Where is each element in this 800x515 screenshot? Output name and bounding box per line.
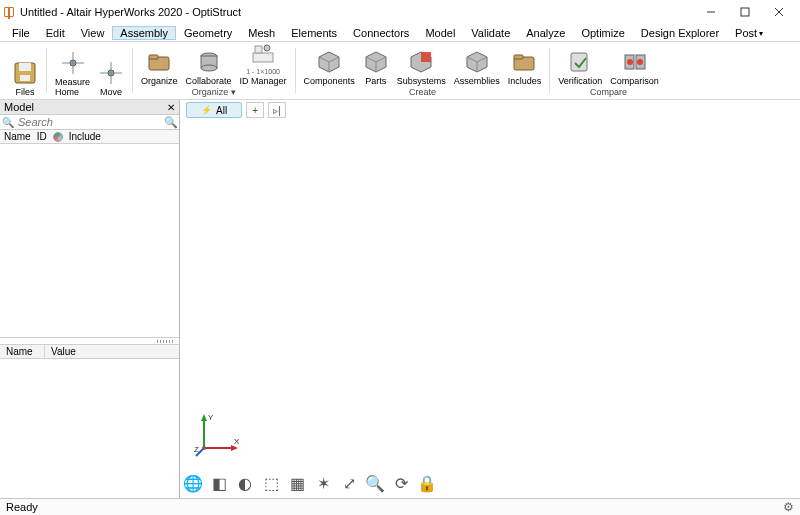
tab-last-button[interactable]: ▹| [268, 102, 286, 118]
svg-rect-19 [255, 46, 262, 53]
view-lock-icon[interactable]: 🔒 [418, 474, 436, 492]
ribbon-parts[interactable]: Parts [363, 49, 389, 86]
measure-home-icon [60, 50, 86, 76]
view-globe-icon[interactable]: 🌐 [184, 474, 202, 492]
menu-assembly[interactable]: Assembly [112, 26, 176, 40]
search-row: 🔍 🔍 [0, 115, 179, 130]
search-options-icon[interactable]: 🔍 [163, 116, 179, 129]
properties-panel: Name Value [0, 338, 179, 498]
axis-z-label: Z [194, 445, 199, 454]
view-persp-icon[interactable]: ◐ [236, 474, 254, 492]
assemblies-icon [464, 49, 490, 75]
ribbon-assemblies[interactable]: Assemblies [454, 49, 500, 86]
view-isoview-icon[interactable]: ◧ [210, 474, 228, 492]
parts-icon [363, 49, 389, 75]
view-cube-icon[interactable]: ⬚ [262, 474, 280, 492]
menubar: FileEditViewAssemblyGeometryMeshElements… [0, 24, 800, 42]
menu-model[interactable]: Model [417, 26, 463, 40]
svg-point-17 [201, 65, 217, 71]
ribbon-files[interactable]: Files [12, 60, 38, 97]
ribbon-organize[interactable]: Organize [141, 49, 178, 86]
col-include[interactable]: Include [69, 131, 101, 142]
search-icon[interactable]: 🔍 [0, 117, 16, 128]
col-id[interactable]: ID [37, 131, 47, 142]
svg-point-34 [627, 59, 633, 65]
menu-post[interactable]: Post▾ [727, 26, 771, 40]
view-triad-icon[interactable]: ✶ [314, 474, 332, 492]
status-text: Ready [6, 501, 38, 513]
color-ball-icon[interactable] [53, 132, 63, 142]
titlebar: Untitled - Altair HyperWorks 2020 - Opti… [0, 0, 800, 24]
ribbon-verification[interactable]: Verification [558, 49, 602, 86]
id-manager-icon [250, 41, 276, 67]
collaborate-icon [196, 49, 222, 75]
move-icon [98, 60, 124, 86]
ribbon-collaborate[interactable]: Collaborate [186, 49, 232, 86]
organize-icon [146, 49, 172, 75]
axis-x-label: X [234, 437, 240, 446]
svg-point-20 [264, 45, 270, 51]
menu-analyze[interactable]: Analyze [518, 26, 573, 40]
view-wireframe-icon[interactable]: ▦ [288, 474, 306, 492]
menu-file[interactable]: File [4, 26, 38, 40]
subsystems-icon [408, 49, 434, 75]
comparison-icon [622, 49, 648, 75]
ribbon-group-create: Create [409, 86, 436, 97]
includes-icon [511, 49, 537, 75]
svg-rect-18 [253, 53, 273, 62]
model-tree[interactable] [0, 144, 179, 338]
ribbon-components[interactable]: Components [304, 49, 355, 86]
view-zoom-icon[interactable]: 🔍 [366, 474, 384, 492]
ribbon-measure-home[interactable]: MeasureHome [55, 50, 90, 97]
view-rotate-icon[interactable]: ⟳ [392, 474, 410, 492]
axis-y-label: Y [208, 413, 214, 422]
ribbon-id-manager[interactable]: 1 - 1×1000ID Manager [240, 41, 287, 86]
model-panel-close-icon[interactable]: ✕ [167, 102, 175, 113]
svg-rect-26 [421, 52, 431, 62]
tab-add-button[interactable]: + [246, 102, 264, 118]
svg-marker-37 [201, 414, 207, 421]
axis-triad: Y X Z [194, 412, 240, 458]
tree-column-header: Name ID Include [0, 130, 179, 144]
maximize-button[interactable] [728, 1, 762, 23]
menu-edit[interactable]: Edit [38, 26, 73, 40]
prop-col-name[interactable]: Name [0, 345, 45, 358]
menu-connectors[interactable]: Connectors [345, 26, 417, 40]
menu-optimize[interactable]: Optimize [573, 26, 632, 40]
prop-col-value[interactable]: Value [45, 345, 82, 358]
ribbon-comparison[interactable]: Comparison [610, 49, 659, 86]
window-title: Untitled - Altair HyperWorks 2020 - Opti… [20, 6, 241, 18]
statusbar: Ready ⚙ [0, 498, 800, 515]
menu-mesh[interactable]: Mesh [240, 26, 283, 40]
search-input[interactable] [16, 115, 163, 129]
tab-all[interactable]: ⚡ All [186, 102, 242, 118]
col-name[interactable]: Name [4, 131, 31, 142]
svg-rect-14 [149, 55, 158, 59]
files-icon [12, 60, 38, 86]
svg-rect-1 [741, 8, 749, 16]
view-tabbar: ⚡ All + ▹| [186, 102, 286, 118]
svg-rect-5 [19, 63, 31, 71]
menu-geometry[interactable]: Geometry [176, 26, 240, 40]
menu-validate[interactable]: Validate [463, 26, 518, 40]
svg-rect-6 [20, 75, 30, 81]
graphics-view[interactable]: ⚡ All + ▹| Y X Z 🌐◧◐⬚▦✶⤢🔍⟳🔒 [180, 100, 800, 498]
view-fit-icon[interactable]: ⤢ [340, 474, 358, 492]
ribbon-toolbar: FilesMeasureHomeMoveOrganizeCollaborate1… [0, 42, 800, 100]
verification-icon [567, 49, 593, 75]
model-panel-title: Model [4, 101, 34, 113]
ribbon-group-compare: Compare [590, 86, 627, 97]
menu-design-explorer[interactable]: Design Explorer [633, 26, 727, 40]
model-panel: Model ✕ 🔍 🔍 Name ID Include Name Value [0, 100, 180, 498]
properties-body[interactable] [0, 359, 179, 498]
ribbon-includes[interactable]: Includes [508, 49, 542, 86]
view-toolbar: 🌐◧◐⬚▦✶⤢🔍⟳🔒 [184, 474, 436, 492]
close-button[interactable] [762, 1, 796, 23]
minimize-button[interactable] [694, 1, 728, 23]
menu-view[interactable]: View [73, 26, 113, 40]
svg-point-41 [202, 446, 206, 450]
ribbon-move[interactable]: Move [98, 60, 124, 97]
settings-gear-icon[interactable]: ⚙ [783, 500, 794, 514]
menu-elements[interactable]: Elements [283, 26, 345, 40]
ribbon-subsystems[interactable]: Subsystems [397, 49, 446, 86]
